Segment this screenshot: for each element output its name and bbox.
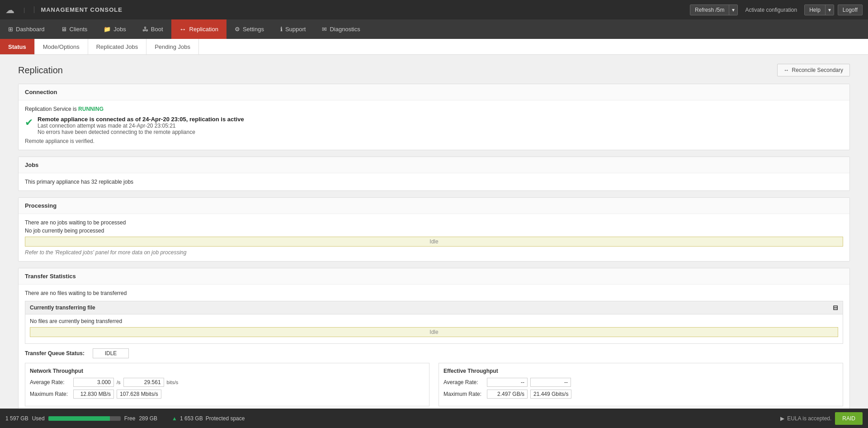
topbar: ☁ | MANAGEMENT CONSOLE Refresh /5m ▾ Act… bbox=[0, 0, 868, 19]
bottombar: 1 597 GB Used Free 289 GB ▲ 1 653 GB Pro… bbox=[0, 409, 868, 428]
transfer-file-header: Currently transferring file ⊟ bbox=[25, 301, 843, 314]
network-avg-row: Average Rate: 3.000 /s 29.561 bits/s bbox=[30, 378, 425, 387]
free-label: Free bbox=[124, 415, 136, 422]
nav-support-label: Support bbox=[285, 26, 306, 33]
storage-bar-fill bbox=[48, 416, 110, 421]
nav-clients-label: Clients bbox=[70, 26, 88, 33]
nav-dashboard[interactable]: ⊞ Dashboard bbox=[0, 19, 53, 39]
effective-avg-val2: -- bbox=[530, 378, 571, 387]
processing-body: There are no jobs waiting to be processe… bbox=[19, 214, 849, 261]
jobs-section: Jobs This primary appliance has 32 repli… bbox=[18, 157, 850, 191]
jobs-text: This primary appliance has 32 replicable… bbox=[25, 179, 843, 185]
processing-title: Processing bbox=[19, 198, 849, 214]
used-label: Used bbox=[32, 415, 45, 422]
connection-line2: Last connection attempt was made at 24-A… bbox=[38, 123, 244, 129]
raid-button[interactable]: RAID bbox=[835, 412, 863, 425]
queue-value: IDLE bbox=[93, 348, 129, 358]
jobs-body: This primary appliance has 32 replicable… bbox=[19, 173, 849, 190]
connection-section: Connection Replication Service is RUNNIN… bbox=[18, 84, 850, 150]
network-max-val2: 107.628 Mbits/s bbox=[117, 390, 161, 399]
transfer-line1: There are no files waiting to be transfe… bbox=[25, 290, 843, 296]
protected-value: 1 653 GB bbox=[180, 415, 203, 422]
subnav-mode-label: Mode/Options bbox=[43, 43, 80, 50]
nav-dashboard-label: Dashboard bbox=[16, 26, 45, 33]
reconcile-icon: ↔ bbox=[784, 67, 789, 73]
effective-max-label: Maximum Rate: bbox=[443, 391, 484, 397]
protected-space: ▲ 1 653 GB Protected space bbox=[172, 415, 245, 422]
storage-info: 1 597 GB Used Free 289 GB ▲ 1 653 GB Pro… bbox=[5, 415, 780, 422]
nav-settings[interactable]: ⚙ Settings bbox=[226, 19, 272, 39]
help-button[interactable]: Help bbox=[805, 5, 826, 15]
subnav-status-label: Status bbox=[8, 43, 26, 50]
protected-icon: ▲ bbox=[172, 415, 177, 422]
network-avg-unit1: /s bbox=[117, 380, 121, 385]
nav-support[interactable]: ℹ Support bbox=[272, 19, 314, 39]
dashboard-icon: ⊞ bbox=[8, 26, 13, 33]
network-avg-val2: 29.561 bbox=[123, 378, 164, 387]
effective-avg-val1: -- bbox=[487, 378, 528, 387]
clients-icon: 🖥 bbox=[61, 26, 67, 33]
nav-replication[interactable]: ↔ Replication bbox=[171, 19, 226, 39]
connection-status-row: ✔ Remote appliance is connected as of 24… bbox=[25, 116, 843, 135]
logo-icon: ☁ bbox=[5, 5, 14, 15]
help-dropdown[interactable]: ▾ bbox=[826, 5, 834, 15]
checkmark-icon: ✔ bbox=[25, 117, 33, 128]
subnav: Status Mode/Options Replicated Jobs Pend… bbox=[0, 39, 868, 55]
transfer-statistics-section: Transfer Statistics There are no files w… bbox=[18, 268, 850, 409]
transfer-body: There are no files waiting to be transfe… bbox=[19, 285, 849, 409]
activate-config-button[interactable]: Activate configuration bbox=[741, 5, 801, 15]
nav-settings-label: Settings bbox=[243, 26, 264, 33]
protected-label: Protected space bbox=[206, 415, 245, 422]
nav-diagnostics-label: Diagnostics bbox=[330, 26, 360, 33]
jobs-title: Jobs bbox=[19, 157, 849, 173]
network-avg-unit2: bits/s bbox=[167, 380, 179, 385]
nav-replication-label: Replication bbox=[189, 26, 218, 33]
nav-diagnostics[interactable]: ✉ Diagnostics bbox=[314, 19, 368, 39]
reconcile-secondary-button[interactable]: ↔ Reconcile Secondary bbox=[777, 64, 850, 76]
settings-icon: ⚙ bbox=[235, 26, 240, 33]
network-max-label: Maximum Rate: bbox=[30, 391, 71, 397]
transfer-title: Transfer Statistics bbox=[19, 268, 849, 285]
transfer-file-body: No files are currently being transferred… bbox=[25, 314, 843, 344]
page-title: Replication bbox=[18, 65, 63, 76]
app-title: MANAGEMENT CONSOLE bbox=[34, 6, 123, 13]
service-text: Replication Service is bbox=[25, 106, 78, 112]
nav-boot[interactable]: 🖧 Boot bbox=[134, 19, 171, 39]
transfer-idle-bar: Idle bbox=[30, 327, 838, 337]
jobs-icon: 📁 bbox=[104, 26, 111, 33]
support-icon: ℹ bbox=[280, 26, 283, 33]
subnav-pending-jobs[interactable]: Pending Jobs bbox=[146, 39, 199, 54]
eula-icon: ▶ bbox=[780, 415, 784, 422]
replication-icon: ↔ bbox=[179, 25, 187, 33]
topbar-right: Refresh /5m ▾ Activate configuration Hel… bbox=[690, 5, 863, 15]
page-header: Replication ↔ Reconcile Secondary bbox=[18, 64, 850, 76]
processing-idle-bar: Idle bbox=[25, 237, 843, 247]
diagnostics-icon: ✉ bbox=[322, 26, 327, 33]
transfer-collapse-icon: ⊟ bbox=[833, 304, 838, 311]
boot-icon: 🖧 bbox=[142, 26, 148, 33]
effective-throughput-title: Effective Throughput bbox=[443, 368, 838, 374]
throughput-grid: Network Throughput Average Rate: 3.000 /… bbox=[25, 363, 843, 406]
subnav-status[interactable]: Status bbox=[0, 39, 35, 54]
connection-body: Replication Service is RUNNING ✔ Remote … bbox=[19, 100, 849, 150]
reconcile-label: Reconcile Secondary bbox=[792, 67, 843, 73]
refresh-button[interactable]: Refresh /5m bbox=[690, 5, 729, 15]
refresh-dropdown[interactable]: ▾ bbox=[729, 5, 737, 15]
used-value: 1 597 GB bbox=[5, 415, 28, 422]
logoff-button[interactable]: Logoff bbox=[838, 5, 863, 15]
connection-title: Connection bbox=[19, 84, 849, 100]
navbar: ⊞ Dashboard 🖥 Clients 📁 Jobs 🖧 Boot ↔ Re… bbox=[0, 19, 868, 39]
app-separator: | bbox=[24, 6, 25, 13]
subnav-replicated-jobs[interactable]: Replicated Jobs bbox=[88, 39, 147, 54]
nav-clients[interactable]: 🖥 Clients bbox=[53, 19, 96, 39]
nav-jobs[interactable]: 📁 Jobs bbox=[95, 19, 134, 39]
effective-avg-row: Average Rate: -- -- bbox=[443, 378, 838, 387]
bottom-right: ▶ EULA is accepted. RAID bbox=[780, 412, 863, 425]
running-badge: RUNNING bbox=[78, 106, 104, 112]
network-max-val1: 12.830 MB/s bbox=[73, 390, 114, 399]
no-files-text: No files are currently being transferred bbox=[30, 318, 838, 324]
subnav-mode-options[interactable]: Mode/Options bbox=[35, 39, 88, 54]
connection-line4: Remote appliance is verified. bbox=[25, 138, 843, 144]
nav-boot-label: Boot bbox=[151, 26, 163, 33]
effective-max-val1: 2.497 GB/s bbox=[487, 390, 528, 399]
